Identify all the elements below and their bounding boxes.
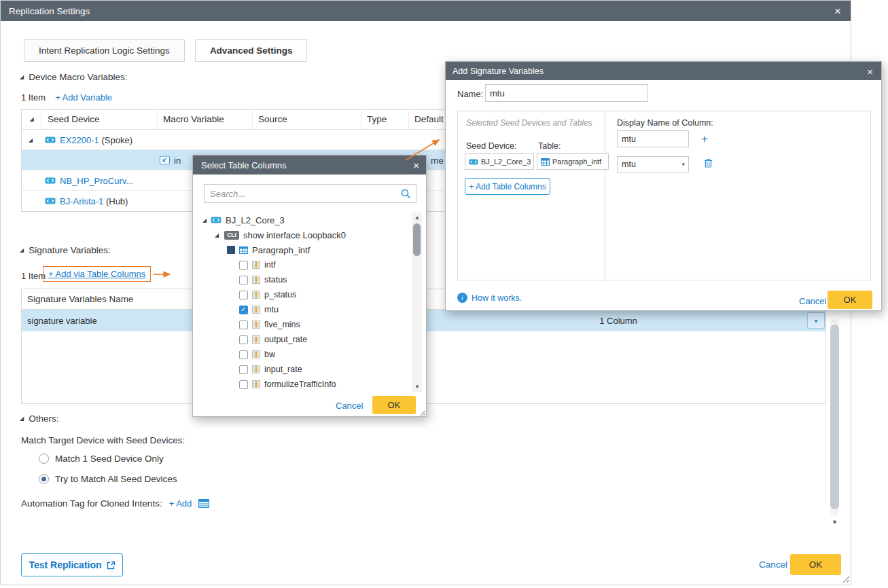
device-name[interactable]: NB_HP_ProCurv... (60, 175, 133, 185)
device-name[interactable]: BJ-Arista-1 (60, 196, 103, 206)
device-icon (469, 158, 478, 166)
resize-grip[interactable] (840, 573, 850, 585)
col-type: Type (361, 110, 409, 129)
close-icon[interactable]: × (867, 66, 873, 76)
table-chip-label: Paragraph_intf (552, 158, 601, 166)
checkbox[interactable] (239, 276, 248, 284)
radio-icon[interactable] (39, 474, 49, 484)
device-icon (45, 197, 56, 205)
name-label: Name: (457, 89, 483, 99)
popup-scrollbar-thumb[interactable] (413, 223, 421, 256)
popup-cancel-link[interactable]: Cancel (336, 401, 363, 411)
checkbox[interactable] (239, 291, 248, 299)
table-grid-icon (541, 158, 550, 166)
add-column-plus-button[interactable]: + (701, 132, 708, 146)
name-input[interactable] (485, 84, 648, 102)
main-cancel-link[interactable]: Cancel (759, 559, 787, 570)
tag-table-icon[interactable] (198, 499, 209, 508)
column-label: intf (264, 260, 276, 270)
tree-column-item[interactable]: formulizeTrafficInfo (202, 377, 409, 392)
tab-advanced-settings[interactable]: Advanced Settings (195, 39, 308, 62)
test-replication-button[interactable]: Test Replication (21, 553, 123, 576)
tree-column-item[interactable]: bw (202, 347, 409, 362)
match-target-label: Match Target Device with Seed Devices: (21, 435, 185, 445)
column-icon (252, 380, 260, 388)
device-macro-toolbar: 1 Item + Add Variable (21, 92, 112, 103)
popup-resize-grip[interactable] (418, 408, 426, 418)
cli-badge-icon: CLI (224, 231, 239, 240)
device-chip: BJ_L2_Core_3 (465, 153, 534, 170)
tree-column-item[interactable]: input_rate (202, 362, 409, 377)
radio-icon[interactable] (39, 454, 49, 464)
main-ok-button[interactable]: OK (790, 554, 841, 575)
search-icon[interactable] (401, 189, 411, 201)
cli-command: show interface Loopback0 (243, 230, 346, 240)
radio-match-one[interactable]: Match 1 Seed Device Only (39, 454, 164, 464)
popup-ok-button[interactable]: OK (372, 396, 416, 414)
device-name[interactable]: EX2200-1 (60, 134, 99, 145)
scroll-up-icon[interactable]: ▲ (414, 215, 420, 221)
panel-header: Selected Seed Devices and Tables (466, 118, 592, 128)
column-icon (252, 306, 260, 314)
column-icon (252, 335, 260, 344)
scroll-down-icon[interactable]: ▼ (414, 384, 420, 390)
close-icon[interactable]: × (413, 160, 419, 170)
popup-scrollbar-track[interactable]: ▲ ▼ (412, 213, 422, 392)
add-variable-link[interactable]: + Add Variable (55, 92, 112, 103)
section-expander-icon[interactable]: ◢ (20, 416, 24, 422)
col-signature-variables-name: Signature Variables Name (27, 294, 134, 304)
checkbox[interactable] (239, 350, 248, 359)
checkbox[interactable] (239, 320, 248, 329)
checkbox[interactable] (239, 365, 248, 374)
radio-match-all[interactable]: Try to Match All Seed Devices (39, 474, 177, 484)
others-section-header: ◢ Others: (20, 414, 58, 424)
checkbox[interactable] (239, 261, 248, 270)
column-label: input_rate (264, 365, 302, 374)
scroll-down-icon[interactable]: ▼ (832, 519, 838, 526)
trash-icon[interactable] (704, 158, 713, 170)
indeterminate-checkbox[interactable] (227, 246, 235, 254)
column-dropdown-value: mtu (622, 160, 636, 169)
tree-column-item[interactable]: output_rate (202, 332, 409, 347)
display-name-input[interactable] (617, 130, 689, 147)
main-titlebar: Replication Settings × (1, 1, 851, 21)
device-chip-label: BJ_L2_Core_3 (481, 158, 531, 166)
checkbox[interactable] (239, 335, 248, 344)
tree-column-item[interactable]: intf (202, 257, 409, 272)
checkbox[interactable] (239, 306, 248, 314)
row-expander-icon[interactable]: ◢ (29, 137, 33, 143)
checkbox[interactable] (239, 380, 248, 389)
node-expander-icon[interactable]: ◢ (215, 232, 223, 238)
main-scrollbar-thumb[interactable] (830, 325, 839, 509)
add-signature-variables-dialog: Add Signature Variables × Name: Selected… (445, 61, 882, 311)
close-icon[interactable]: × (834, 5, 841, 17)
select-table-columns-dialog: Select Table Columns × ◢ BJ_L2_Core_3 ◢ … (192, 155, 427, 417)
device-macro-item-count: 1 Item (21, 92, 46, 103)
device-macro-section-title: Device Macro Variables: (29, 72, 127, 82)
tree-column-item[interactable]: five_mins (202, 317, 409, 332)
automation-add-link[interactable]: + Add (169, 498, 192, 509)
section-expander-icon[interactable]: ◢ (20, 74, 24, 80)
tab-intent-replication-logic-settings[interactable]: Intent Replication Logic Settings (24, 39, 185, 62)
tree-node-table[interactable]: Paragraph_intf (202, 242, 409, 257)
addsig-ok-button[interactable]: OK (828, 291, 872, 309)
addsig-cancel-link[interactable]: Cancel (799, 296, 826, 306)
column-label: formulizeTrafficInfo (264, 380, 336, 389)
tree-column-item[interactable]: mtu (202, 302, 409, 317)
add-table-columns-button[interactable]: + Add Table Columns (465, 178, 550, 195)
add-via-table-columns-link[interactable]: + Add via Table Columns (48, 269, 145, 279)
how-it-works-link[interactable]: How it works. (472, 293, 522, 303)
section-expander-icon[interactable]: ◢ (20, 247, 24, 253)
others-section-title: Others: (29, 414, 58, 424)
tree-node-device[interactable]: ◢ BJ_L2_Core_3 (202, 213, 409, 227)
columns-dropdown[interactable]: ▾ (807, 312, 825, 329)
seed-devices-panel: Selected Seed Devices and Tables Seed De… (457, 111, 871, 280)
tree-column-item[interactable]: status (202, 272, 409, 287)
search-input[interactable] (205, 185, 416, 202)
node-expander-icon[interactable]: ◢ (202, 217, 211, 223)
radio-label: Try to Match All Seed Devices (55, 474, 177, 484)
tree-column-item[interactable]: p_status (202, 287, 409, 302)
tree-node-cli[interactable]: ◢ CLI show interface Loopback0 (202, 227, 409, 242)
expand-all-icon[interactable]: ◢ (29, 110, 33, 129)
column-select-dropdown[interactable]: mtu ▾ (617, 156, 689, 172)
